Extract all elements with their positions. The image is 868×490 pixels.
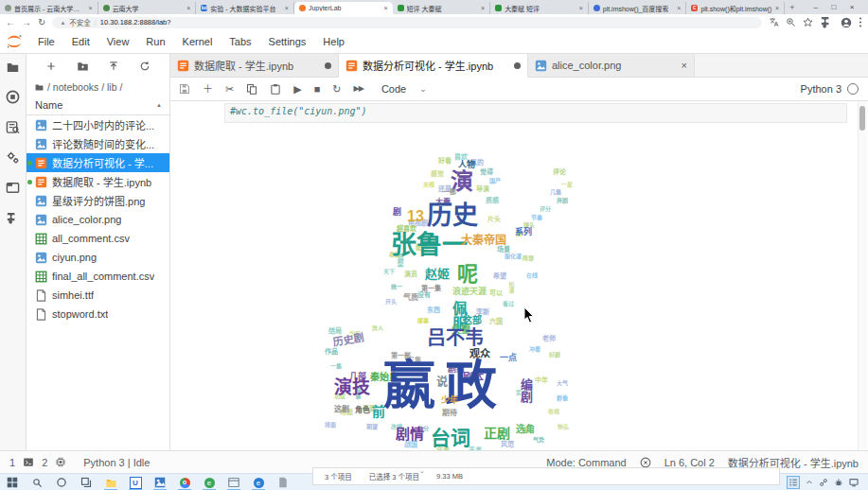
breadcrumb[interactable]: / notebooks / lib / <box>27 79 169 96</box>
chevron-down-icon[interactable]: ⌄ <box>419 467 425 475</box>
document-tab[interactable]: 数据爬取 - 学生.ipynb <box>170 54 339 77</box>
new-launcher-button[interactable] <box>45 61 57 72</box>
run-button[interactable]: ▶ <box>293 84 301 95</box>
taskbar-app-circle-4[interactable]: e <box>197 474 221 490</box>
unsaved-dot-icon[interactable] <box>325 62 331 69</box>
unsaved-dot-icon[interactable] <box>514 62 521 69</box>
tab-close-icon[interactable]: × <box>186 5 190 11</box>
open-tabs-icon[interactable] <box>6 181 20 195</box>
taskbar-app-circle-6[interactable]: e <box>246 474 271 490</box>
file-item[interactable]: 评论数随时间的变化... <box>27 134 169 153</box>
add-button[interactable]: ＋ <box>203 84 213 95</box>
tab-close-icon[interactable]: × <box>682 60 687 71</box>
paste-button[interactable] <box>270 83 281 95</box>
taskbar-taskview-button[interactable] <box>74 474 98 490</box>
kernel-indicator[interactable]: Python 3 <box>801 83 859 95</box>
menu-view[interactable]: View <box>98 36 138 47</box>
kernels-count[interactable]: 2 <box>42 457 47 468</box>
property-inspector-icon[interactable] <box>6 150 20 165</box>
file-browser-icon[interactable] <box>6 61 20 74</box>
zoom-icon[interactable] <box>786 17 796 27</box>
browser-tab[interactable]: 云南大学× <box>98 2 197 14</box>
extensions-icon[interactable] <box>820 15 834 29</box>
taskbar-app-doc-7[interactable] <box>271 474 295 490</box>
menu-settings[interactable]: Settings <box>260 36 315 47</box>
upload-button[interactable] <box>108 61 119 72</box>
file-item[interactable]: 数据分析可视化 - 学... <box>27 153 169 172</box>
terminals-count[interactable]: 1 <box>9 457 15 468</box>
tab-close-icon[interactable]: × <box>579 5 583 11</box>
refresh-button[interactable] <box>139 61 151 72</box>
restart-button[interactable]: ↻ <box>332 84 341 95</box>
minimize-button[interactable]: – <box>814 3 818 11</box>
code-cell[interactable]: #wc.to_file("ciyun.png") <box>224 103 847 123</box>
tab-close-icon[interactable]: × <box>481 5 485 11</box>
running-sessions-icon[interactable] <box>6 90 20 104</box>
browser-tab[interactable]: JupyterLab× <box>294 2 393 14</box>
taskbar-start-button[interactable] <box>0 474 25 490</box>
file-item[interactable]: 二十四小时内的评论... <box>27 115 169 134</box>
breadcrumb-path[interactable]: / notebooks / lib / <box>47 81 122 93</box>
tab-close-icon[interactable]: × <box>89 5 93 11</box>
document-tab[interactable]: alice_color.png× <box>528 54 695 77</box>
stop-button[interactable]: ■ <box>314 84 321 95</box>
taskbar-app-photo-2[interactable] <box>148 474 172 490</box>
tray-link-icon[interactable] <box>819 478 828 487</box>
tray-bug-icon[interactable] <box>834 478 843 487</box>
menu-file[interactable]: File <box>29 36 63 47</box>
tab-close-icon[interactable]: × <box>775 5 779 11</box>
taskbar-app-window-5[interactable] <box>221 474 246 490</box>
menu-run[interactable]: Run <box>137 36 173 47</box>
browser-tab[interactable]: Cplt.show()和plt.imshow()× <box>686 2 785 14</box>
file-item[interactable]: alice_color.png <box>27 210 169 229</box>
cell-type-dropdown[interactable]: Code ⌄ <box>381 83 427 95</box>
scrollbar-thumb[interactable] <box>859 106 865 131</box>
browser-tab[interactable]: plt.imshow()_百度搜索× <box>589 2 687 14</box>
file-list-header[interactable]: Name ▲ <box>27 96 169 115</box>
tray-display-icon[interactable] <box>849 478 859 487</box>
command-palette-icon[interactable] <box>6 120 20 134</box>
back-icon[interactable]: ← <box>6 18 15 27</box>
taskbar-app-chrome-3[interactable] <box>172 474 197 490</box>
file-item[interactable]: all_comment.csv <box>27 229 169 248</box>
forward-icon[interactable]: → <box>22 18 31 27</box>
tray-list-icon[interactable] <box>787 476 800 489</box>
tab-close-icon[interactable]: × <box>383 5 387 11</box>
notebook-scrollbar[interactable] <box>858 101 867 450</box>
browser-tab[interactable]: 首页展示 - 云南大学开放平…× <box>0 2 98 14</box>
file-item[interactable]: stopword.txt <box>27 305 169 324</box>
close-button[interactable]: × <box>850 3 855 11</box>
kernel-status-text[interactable]: Python 3 | Idle <box>83 457 150 468</box>
translate-icon[interactable] <box>769 17 779 27</box>
browser-tab[interactable]: 短评 大秦赋× <box>393 2 491 14</box>
maximize-button[interactable]: □ <box>831 3 836 11</box>
mode-indicator[interactable]: Mode: Command <box>546 457 626 468</box>
tray-arrow-icon[interactable] <box>806 479 813 486</box>
new-folder-button[interactable] <box>77 61 89 72</box>
taskbar-cortana-button[interactable] <box>49 474 74 490</box>
document-tab[interactable]: 数据分析可视化 - 学生.ipynb <box>339 54 528 78</box>
tab-close-icon[interactable]: × <box>677 5 681 11</box>
menu-help[interactable]: Help <box>314 36 353 47</box>
bookmark-star-icon[interactable] <box>803 17 813 27</box>
copy-button[interactable] <box>246 83 257 95</box>
menu-tabs[interactable]: Tabs <box>221 36 259 47</box>
taskbar-search-button[interactable] <box>25 474 49 490</box>
taskbar-app-folder-0[interactable] <box>98 474 123 490</box>
file-item[interactable]: simhei.ttf <box>27 286 169 305</box>
cursor-position[interactable]: Ln 6, Col 2 <box>664 457 715 468</box>
url-bar[interactable]: ▲ 不安全 | 10.30.188.2:8888/lab? <box>52 17 762 28</box>
new-tab-button[interactable]: + <box>785 2 800 14</box>
extension-manager-icon[interactable] <box>6 211 20 225</box>
taskbar-app-letter-1[interactable]: U <box>123 474 148 490</box>
tab-close-icon[interactable]: × <box>285 5 289 11</box>
file-item[interactable]: 数据爬取 - 学生.ipynb <box>27 172 169 191</box>
cut-button[interactable]: ✂ <box>225 84 234 95</box>
profile-avatar[interactable] <box>841 17 852 28</box>
file-item[interactable]: final_all_comment.csv <box>27 267 169 286</box>
menu-edit[interactable]: Edit <box>63 36 98 47</box>
file-item[interactable]: ciyun.png <box>27 248 169 267</box>
file-item[interactable]: 星级评分的饼图.png <box>27 191 169 210</box>
browser-tab[interactable]: bd实验 - 大数据实验平台× <box>196 2 294 14</box>
menu-kernel[interactable]: Kernel <box>174 36 221 47</box>
